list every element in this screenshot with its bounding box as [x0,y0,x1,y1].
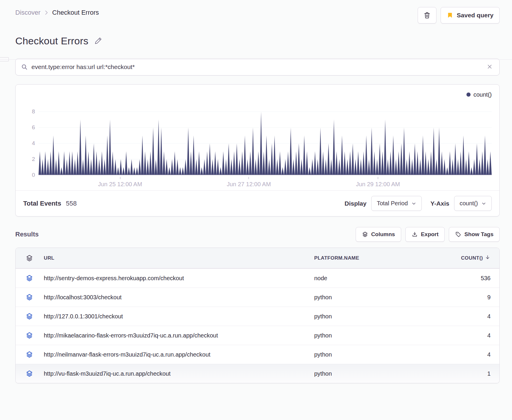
table-row[interactable]: http://127.0.0.1:3001/checkout python 4 [16,307,499,326]
header-divider [0,59,512,60]
sort-descending-icon [485,254,491,262]
layers-icon[interactable] [16,274,44,282]
count-cell: 4 [435,351,499,358]
top-actions: Saved query [418,7,500,23]
total-events: Total Events 558 [23,200,77,207]
layers-icon [362,231,368,238]
url-cell: http://localhost:3003/checkout [44,294,314,301]
platform-cell: python [314,313,435,320]
delete-query-button[interactable] [418,7,436,23]
clear-search-button[interactable] [485,62,494,72]
column-header-url[interactable]: URL [44,255,314,261]
x-tick [120,177,121,179]
page-title: Checkout Errors [15,35,88,47]
results-actions: Columns Export Show Tags [356,227,500,242]
platform-cell: python [314,370,435,377]
layers-icon[interactable] [16,313,44,320]
chart-controls: Display Total Period Y-Axis count() [340,196,492,211]
legend-label: count() [473,91,492,98]
count-cell: 4 [435,332,499,339]
table-row[interactable]: http://sentry-demos-express.herokuapp.co… [16,268,499,288]
y-tick-label: 8 [32,108,35,115]
x-tick [378,177,378,179]
top-bar: Discover Checkout Errors Saved query [0,0,512,23]
layers-icon[interactable] [16,351,44,358]
total-events-value: 558 [66,200,77,207]
show-tags-button[interactable]: Show Tags [449,227,500,242]
display-dropdown[interactable]: Total Period [371,196,422,211]
chevron-down-icon [481,201,486,206]
x-axis: Jun 25 12:00 AM Jun 27 12:00 AM Jun 29 1… [39,177,492,190]
page-title-row: Checkout Errors [0,23,512,47]
layers-icon[interactable] [16,370,44,377]
table-row[interactable]: http://vu-flask-m3uuizd7iq-uc.a.run.app/… [16,364,499,383]
pencil-icon [94,41,102,46]
yaxis-value: count() [460,200,478,207]
table-header-row: URL PLATFORM.NAME COUNT() [16,248,499,268]
display-value: Total Period [377,200,408,207]
platform-cell: python [314,332,435,339]
search-bar [15,58,500,75]
saved-query-label: Saved query [457,12,493,19]
table-row[interactable]: http://mikaelacarino-flask-errors-m3uuiz… [16,326,499,345]
count-cell: 536 [435,275,499,282]
y-tick-label: 4 [32,140,35,147]
url-cell: http://mikaelacarino-flask-errors-m3uuiz… [44,332,314,339]
count-cell: 4 [435,313,499,320]
saved-query-button[interactable]: Saved query [441,7,500,23]
search-input[interactable] [31,63,482,70]
breadcrumb-discover[interactable]: Discover [15,9,41,16]
count-cell: 9 [435,294,499,301]
x-tick [248,177,249,179]
platform-cell: python [314,351,435,358]
chevron-down-icon [411,201,416,206]
breadcrumb: Discover Checkout Errors [15,7,99,16]
platform-cell: python [314,294,435,301]
y-tick-label: 0 [32,172,35,178]
x-tick-label: Jun 27 12:00 AM [227,181,271,188]
display-label: Display [344,200,367,207]
results-heading: Results [15,231,39,238]
table-row[interactable]: http://neilmanvar-flask-errors-m3uuizd7i… [16,345,499,364]
url-cell: http://neilmanvar-flask-errors-m3uuizd7i… [44,351,314,358]
layers-icon[interactable] [16,293,44,301]
column-header-count[interactable]: COUNT() [435,254,499,262]
url-cell: http://127.0.0.1:3001/checkout [44,313,314,320]
count-area-chart [39,100,492,177]
results-table: URL PLATFORM.NAME COUNT() http://sentry-… [15,248,500,383]
count-cell: 1 [435,370,499,377]
layers-icon [16,254,44,262]
url-cell: http://vu-flask-m3uuizd7iq-uc.a.run.app/… [44,370,314,377]
show-tags-label: Show Tags [464,231,493,238]
export-button[interactable]: Export [405,227,445,242]
edit-title-button[interactable] [93,36,103,47]
platform-cell: node [314,275,435,282]
tag-icon [455,231,461,238]
breadcrumb-current: Checkout Errors [52,9,99,16]
yaxis-dropdown[interactable]: count() [454,196,492,211]
chevron-right-icon [44,10,49,16]
column-header-platform[interactable]: PLATFORM.NAME [314,255,435,261]
download-icon [411,231,418,238]
yaxis-label: Y-Axis [431,200,449,207]
legend-dot-icon [466,93,471,97]
export-label: Export [421,231,439,238]
columns-button[interactable]: Columns [356,227,401,242]
y-tick-label: 6 [32,124,35,131]
bookmark-icon [447,12,453,19]
chart-panel: count() 8 6 4 2 0 [15,84,500,216]
close-icon [486,63,493,71]
chart-area: 8 6 4 2 0 [23,100,492,190]
table-row[interactable]: http://localhost:3003/checkout python 9 [16,288,499,307]
chart-plot: Jun 25 12:00 AM Jun 27 12:00 AM Jun 29 1… [39,100,492,190]
chart-legend[interactable]: count() [23,90,492,99]
layers-icon[interactable] [16,332,44,339]
y-axis-labels: 8 6 4 2 0 [23,100,35,190]
chart-footer: Total Events 558 Display Total Period Y-… [16,190,499,216]
trash-icon [423,11,431,19]
count-header-label: COUNT() [461,255,483,261]
search-icon [21,63,28,70]
results-header: Results Columns Export Show Tags [15,227,500,242]
y-tick-label: 2 [32,156,35,162]
x-tick-label: Jun 29 12:00 AM [356,181,400,188]
